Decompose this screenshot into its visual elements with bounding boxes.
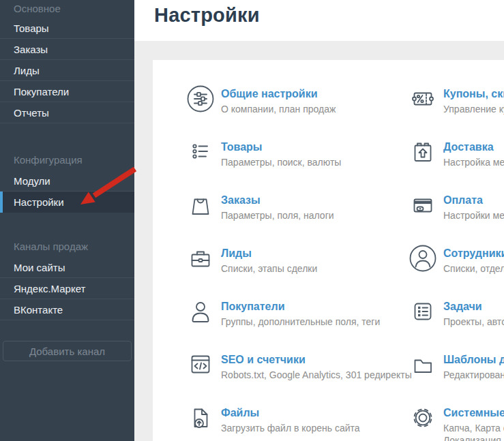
settings-item-subtitle: Параметры, поиск, валюты <box>221 156 341 168</box>
settings-item-subtitle: Группы, дополнительные поля, теги <box>221 316 380 328</box>
settings-item-subtitle: Списки, отделы, роли <box>443 262 504 275</box>
settings-item-doc-templates[interactable]: Шаблоны документов Редактирование шаблон… <box>408 348 504 401</box>
settings-item-subtitle: Списки, этапы сделки <box>221 262 317 275</box>
sidebar-item-my-sites[interactable]: Мои сайты <box>0 257 134 278</box>
settings-item-general[interactable]: Общие настройки О компании, план продаж <box>186 82 417 135</box>
sidebar-section-configuration: Конфигурация <box>0 149 134 170</box>
settings-item-title[interactable]: Лиды <box>221 247 317 260</box>
settings-item-title[interactable]: Заказы <box>221 194 334 207</box>
settings-card: Общие настройки О компании, план продаж … <box>153 60 504 441</box>
settings-item-employees[interactable]: Сотрудники Списки, отделы, роли <box>408 241 504 294</box>
settings-item-subtitle: О компании, план продаж <box>221 103 336 115</box>
page-title: Настройки <box>154 4 260 27</box>
sidebar-item-orders[interactable]: Заказы <box>0 39 134 60</box>
settings-item-orders[interactable]: Заказы Параметры, поля, налоги <box>186 188 417 241</box>
settings-item-subtitle: Настройки методов оплаты <box>443 209 504 222</box>
file-upload-icon <box>186 403 216 433</box>
sidebar-item-settings[interactable]: Настройки <box>0 192 134 213</box>
settings-item-title[interactable]: Покупатели <box>221 300 380 314</box>
settings-item-leads[interactable]: Лиды Списки, этапы сделки <box>186 241 417 294</box>
coupon-icon <box>408 84 438 114</box>
person-icon <box>186 296 216 326</box>
settings-column-right: Купоны, скидки Управление купонами Доста… <box>408 82 504 441</box>
sidebar: Основное Товары Заказы Лиды Покупатели О… <box>0 0 134 441</box>
settings-item-subtitle: Проекты, автозадачи <box>443 316 504 328</box>
settings-item-title[interactable]: Системные настройки <box>443 406 504 420</box>
package-up-icon <box>408 137 438 167</box>
settings-item-payment[interactable]: Оплата Настройки методов оплаты <box>408 188 504 241</box>
settings-item-title[interactable]: Общие настройки <box>221 87 336 101</box>
settings-item-title[interactable]: Оплата <box>443 194 504 207</box>
settings-item-subtitle: Редактирование шаблонов <box>443 369 504 381</box>
settings-item-subtitle: Параметры, поля, налоги <box>221 209 334 222</box>
sidebar-section-sales-channels: Каналы продаж <box>0 236 134 257</box>
sidebar-item-yandex-market[interactable]: Яндекс.Маркет <box>0 278 134 299</box>
gear-icon <box>408 403 438 433</box>
settings-item-title[interactable]: Сотрудники <box>443 247 504 260</box>
list-icon <box>186 137 216 167</box>
settings-item-subtitle: Капча, Карта сайта, Локализация <box>443 422 504 441</box>
settings-item-title[interactable]: Задачи <box>443 300 504 314</box>
settings-item-subtitle: Загрузить файл в корень сайта <box>221 422 360 434</box>
settings-item-seo[interactable]: SEO и счетчики Robots.txt, Google Analyt… <box>186 348 417 401</box>
add-channel-button[interactable]: Добавить канал <box>3 341 132 361</box>
settings-item-title[interactable]: Товары <box>221 140 341 154</box>
credit-card-icon <box>408 190 438 220</box>
settings-item-title[interactable]: Доставка <box>443 140 504 154</box>
settings-item-delivery[interactable]: Доставка Настройка методов доставки <box>408 135 504 188</box>
settings-item-products[interactable]: Товары Параметры, поиск, валюты <box>186 135 417 188</box>
person-circle-icon <box>408 243 438 273</box>
code-window-icon <box>186 350 216 380</box>
sidebar-item-modules[interactable]: Модули <box>0 170 134 192</box>
settings-item-title[interactable]: SEO и счетчики <box>221 353 412 367</box>
settings-item-files[interactable]: Файлы Загрузить файл в корень сайта <box>186 401 417 441</box>
settings-column-left: Общие настройки О компании, план продаж … <box>186 82 417 441</box>
briefcase-icon <box>186 243 216 273</box>
sidebar-item-products[interactable]: Товары <box>0 18 134 39</box>
sidebar-section-main: Основное <box>0 0 134 18</box>
settings-item-tasks[interactable]: Задачи Проекты, автозадачи <box>408 294 504 348</box>
settings-item-subtitle: Настройка методов доставки <box>443 156 504 168</box>
settings-item-title[interactable]: Файлы <box>221 406 360 420</box>
settings-item-customers[interactable]: Покупатели Группы, дополнительные поля, … <box>186 294 417 348</box>
settings-item-subtitle: Управление купонами <box>443 103 504 115</box>
sidebar-item-leads[interactable]: Лиды <box>0 60 134 81</box>
sidebar-item-reports[interactable]: Отчеты <box>0 102 134 123</box>
settings-item-system[interactable]: Системные настройки Капча, Карта сайта, … <box>408 401 504 441</box>
settings-item-title[interactable]: Шаблоны документов <box>443 353 504 367</box>
sidebar-item-vkontakte[interactable]: ВКонтакте <box>0 299 134 320</box>
settings-item-coupons[interactable]: Купоны, скидки Управление купонами <box>408 82 504 135</box>
sliders-icon <box>186 84 216 114</box>
shopping-bag-icon <box>186 190 216 220</box>
folder-icon <box>408 350 438 380</box>
sidebar-item-customers[interactable]: Покупатели <box>0 81 134 102</box>
settings-item-subtitle: Robots.txt, Google Analytics, 301 редире… <box>221 369 412 381</box>
checklist-icon <box>408 296 438 326</box>
settings-item-title[interactable]: Купоны, скидки <box>443 87 504 101</box>
